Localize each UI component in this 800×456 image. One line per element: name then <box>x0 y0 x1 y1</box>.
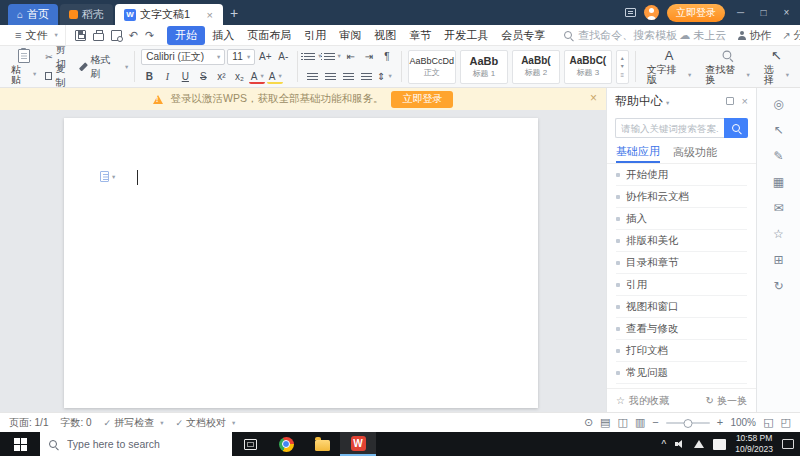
tab-document[interactable]: W 文字文稿1 × <box>115 4 223 25</box>
history-icon[interactable]: ↻ <box>770 278 788 294</box>
line-spacing-button[interactable]: ⇕ <box>376 69 392 84</box>
ribbon-tab-review[interactable]: 审阅 <box>333 26 367 45</box>
calendar-icon[interactable]: ▦ <box>770 174 788 190</box>
tab-home[interactable]: ⌂ 首页 <box>8 4 58 25</box>
text-tool-button[interactable]: A 文字排版 <box>642 48 696 86</box>
mail-icon[interactable]: ✉ <box>770 200 788 216</box>
ribbon-tab-section[interactable]: 章节 <box>403 26 437 45</box>
styles-more-icon[interactable]: ≡ <box>621 71 625 79</box>
popout-icon[interactable] <box>726 97 734 105</box>
font-family-select[interactable]: Calibri (正文) <box>141 49 225 65</box>
taskbar-clock[interactable]: 10:58 PM 10/9/2023 <box>735 433 773 454</box>
style-heading-1[interactable]: AaBb 标题 1 <box>460 50 508 84</box>
print-icon[interactable] <box>93 33 104 41</box>
styles-up-icon[interactable]: ▴ <box>621 54 624 62</box>
save-icon[interactable] <box>75 30 86 41</box>
pen-icon[interactable]: ✎ <box>770 148 788 164</box>
read-mode-icon[interactable]: ◫ <box>618 417 628 428</box>
document-canvas[interactable] <box>0 110 606 412</box>
taskbar-search-input[interactable] <box>65 437 224 451</box>
help-search-button[interactable] <box>724 118 748 138</box>
word-count[interactable]: 字数: 0 <box>60 416 91 430</box>
file-menu-button[interactable]: ≡ 文件 <box>8 25 66 45</box>
format-painter-button[interactable]: 格式刷 <box>79 59 128 75</box>
chrome-button[interactable] <box>268 432 304 456</box>
favorites-link[interactable]: 我的收藏 <box>629 394 669 408</box>
refresh-link[interactable]: ↻ 换一换 <box>706 394 747 408</box>
undo-icon[interactable]: ↶ <box>129 30 138 41</box>
maximize-button[interactable]: □ <box>756 7 771 18</box>
select-tool-icon[interactable]: ↖ <box>770 122 788 138</box>
cloud-sync-status[interactable]: ☁ 未上云 <box>679 28 726 43</box>
help-topic-item[interactable]: 协作和云文档 <box>616 186 747 208</box>
help-topic-item[interactable]: 开始使用 <box>616 164 747 186</box>
window-close-button[interactable]: × <box>779 7 794 18</box>
ribbon-tab-home[interactable]: 开始 <box>167 26 205 45</box>
numbered-list-button[interactable] <box>324 49 341 64</box>
notification-center-icon[interactable] <box>782 439 794 449</box>
login-now-button[interactable]: 立即登录 <box>391 91 453 108</box>
strikethrough-button[interactable]: S <box>195 69 211 84</box>
font-size-select[interactable]: 11 <box>227 49 255 65</box>
help-tab-advanced[interactable]: 高级功能 <box>673 142 717 163</box>
help-topic-item[interactable]: 插入 <box>616 208 747 230</box>
eye-protection-icon[interactable]: ⊙ <box>584 417 593 428</box>
zoom-slider[interactable] <box>666 422 710 424</box>
select-button[interactable]: ↖ 选择 <box>759 48 794 86</box>
help-topic-item[interactable]: 目录和章节 <box>616 252 747 274</box>
print-preview-icon[interactable] <box>111 30 122 41</box>
login-button[interactable]: 立即登录 <box>667 4 725 22</box>
share-button[interactable]: ↗ 分享 <box>782 28 800 43</box>
ribbon-tab-developer[interactable]: 开发工具 <box>438 26 494 45</box>
ribbon-tab-references[interactable]: 引用 <box>298 26 332 45</box>
zoom-level[interactable]: 100% <box>730 417 756 428</box>
web-view-icon[interactable]: ▥ <box>635 417 645 428</box>
tab-docer[interactable]: 稻壳 <box>60 4 113 25</box>
styles-scrollbar[interactable]: ▴ ▾ ≡ <box>616 50 629 84</box>
redo-icon[interactable]: ↷ <box>145 30 154 41</box>
help-topic-item[interactable]: 排版和美化 <box>616 230 747 252</box>
help-tab-basic[interactable]: 基础应用 <box>616 142 660 163</box>
taskbar-search[interactable] <box>40 432 232 456</box>
decrease-indent-button[interactable]: ⇤ <box>343 49 359 64</box>
assistant-icon[interactable]: ◎ <box>770 96 788 112</box>
message-icon[interactable] <box>625 8 636 17</box>
paste-button[interactable]: 粘贴 <box>6 48 41 86</box>
help-topic-item[interactable]: 引用 <box>616 274 747 296</box>
bullet-list-button[interactable] <box>304 49 321 64</box>
ribbon-tab-member[interactable]: 会员专享 <box>495 26 551 45</box>
styles-down-icon[interactable]: ▾ <box>621 62 624 70</box>
help-topic-item[interactable]: 打印文档 <box>616 340 747 362</box>
network-icon[interactable] <box>694 440 704 448</box>
decrease-font-button[interactable]: A- <box>275 49 291 64</box>
style-heading-2[interactable]: AaBb( 标题 2 <box>512 50 560 84</box>
formatting-marks-button[interactable]: ¶ <box>379 49 395 64</box>
increase-indent-button[interactable]: ⇥ <box>361 49 377 64</box>
new-tab-button[interactable]: + <box>223 5 245 21</box>
notification-close-icon[interactable]: × <box>590 91 597 105</box>
wps-taskbar-button[interactable]: W <box>340 432 376 456</box>
fullscreen-icon[interactable]: ◰ <box>781 417 791 428</box>
copy-button[interactable]: 复制 <box>45 68 74 84</box>
command-search[interactable]: 查找命令、搜索模板 <box>563 28 677 43</box>
style-normal[interactable]: AaBbCcDd 正文 <box>408 50 456 84</box>
tab-close-icon[interactable]: × <box>206 9 214 21</box>
ribbon-tab-insert[interactable]: 插入 <box>206 26 240 45</box>
zoom-in-icon[interactable]: + <box>717 417 723 428</box>
find-replace-button[interactable]: 查找替换 <box>700 48 754 86</box>
bold-button[interactable]: B <box>141 69 157 84</box>
file-explorer-button[interactable] <box>304 432 340 456</box>
doc-proof-toggle[interactable]: ✓ 文档校对 <box>175 416 235 430</box>
italic-button[interactable]: I <box>159 69 175 84</box>
justify-button[interactable] <box>358 69 374 84</box>
ribbon-tab-view[interactable]: 视图 <box>368 26 402 45</box>
help-panel-title[interactable]: 帮助中心 <box>615 93 669 110</box>
subscript-button[interactable]: x₂ <box>231 69 247 84</box>
help-close-icon[interactable]: × <box>742 95 748 107</box>
align-center-button[interactable] <box>322 69 338 84</box>
font-color-button[interactable]: A <box>249 71 265 84</box>
doc-helper-button[interactable] <box>100 171 115 182</box>
user-avatar[interactable] <box>644 5 659 20</box>
align-left-button[interactable] <box>304 69 320 84</box>
collaborate-button[interactable]: 协作 <box>737 28 771 43</box>
